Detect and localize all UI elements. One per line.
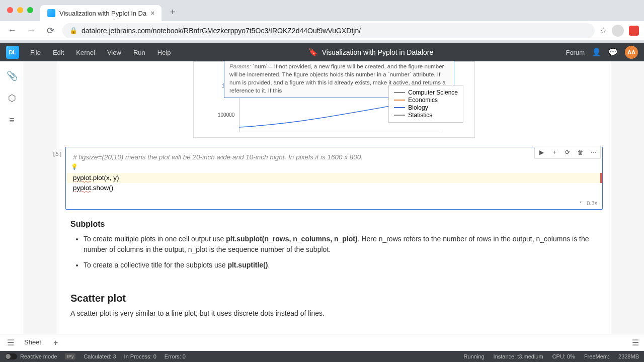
user-avatar[interactable]: AA (625, 46, 638, 59)
browser-tab[interactable]: Visualization with Pyplot in Da × (40, 5, 162, 21)
md-paragraph: A scatter plot is very similar to a line… (70, 309, 598, 317)
status-cpu: CPU: 0% (552, 353, 575, 359)
outline-icon[interactable]: ≡ (7, 115, 18, 126)
cell-toolbar: ▶ + ⟳ 🗑 ⋯ (534, 146, 601, 159)
app-title: 🔖 Visualization with Pyplot in Datalore (178, 48, 564, 57)
markdown-cell[interactable]: Subplots To create multiple plots in one… (57, 210, 611, 279)
chart-output: Params: `num` – If not provided, a new f… (57, 61, 611, 143)
add-cell-icon[interactable]: + (549, 147, 560, 157)
menu-run[interactable]: Run (128, 47, 150, 58)
code-line (73, 162, 595, 172)
code-line: # figsize=(20,10) means the plot will be… (73, 152, 595, 162)
status-errors: Errors: 0 (165, 353, 186, 359)
code-editor[interactable]: # figsize=(20,10) means the plot will be… (66, 147, 602, 198)
share-icon[interactable]: 👤 (592, 48, 601, 57)
code-cell[interactable]: [5] ▶ + ⟳ 🗑 ⋯ # figsize=(20,10) means th… (65, 147, 603, 210)
menu-help[interactable]: Help (152, 47, 176, 58)
status-calculated: Calculated: 3 (84, 353, 116, 359)
cell-exec-time: 0.3s (587, 200, 597, 206)
url-text: datalore.jetbrains.com/notebook/RBnfrGMe… (82, 27, 361, 35)
extension-icon[interactable] (629, 26, 639, 36)
package-icon[interactable]: ⬡ (7, 93, 18, 104)
legend-item: Statistics (394, 112, 458, 119)
md-heading: Scatter plot (70, 293, 598, 304)
left-rail: 📎 ⬡ ≡ (0, 61, 24, 334)
new-tab-button[interactable]: + (166, 5, 180, 19)
legend-item: Computer Science (394, 89, 458, 96)
markdown-cell[interactable]: Scatter plot A scatter plot is very simi… (57, 279, 611, 320)
menu-edit[interactable]: Edit (48, 47, 69, 58)
attachments-icon[interactable]: 📎 (7, 70, 18, 81)
notebook-title: Visualization with Pyplot in Datalore (322, 48, 434, 56)
menu-kernel[interactable]: Kernel (71, 47, 100, 58)
delete-cell-icon[interactable]: 🗑 (575, 147, 586, 157)
app-header: DL File Edit Kernel View Run Help 🔖 Visu… (0, 43, 644, 61)
url-bar-row: ← → ⟳ 🔒 datalore.jetbrains.com/notebook/… (0, 21, 644, 40)
more-cell-icon[interactable]: ⋯ (588, 147, 599, 157)
md-bullet: To create multiple plots in one cell out… (84, 234, 598, 255)
back-button[interactable]: ← (5, 24, 19, 38)
tab-bar: Visualization with Pyplot in Da × + (0, 3, 644, 21)
reload-button[interactable]: ⟳ (43, 24, 57, 38)
run-cell-icon[interactable]: ▶ (536, 147, 547, 157)
bookmark-star-icon[interactable]: ☆ (600, 26, 607, 35)
url-input[interactable]: 🔒 datalore.jetbrains.com/notebook/RBnfrG… (62, 23, 595, 38)
lock-icon: 🔒 (69, 27, 77, 34)
reactive-toggle[interactable] (5, 353, 17, 359)
menu-view[interactable]: View (102, 47, 126, 58)
code-line-active: pyplot.plot(x, y) (66, 173, 602, 183)
sheet-menu-icon[interactable]: ☰ (5, 336, 16, 349)
cell-dirty-indicator: * (580, 200, 582, 206)
chart-legend: Computer Science Economics Biology Stati… (388, 85, 463, 123)
notebook-content[interactable]: Params: `num` – If not provided, a new f… (24, 61, 644, 334)
intention-bulb-icon[interactable]: 💡 (71, 162, 78, 171)
bookmark-icon[interactable]: 🔖 (308, 48, 318, 57)
forward-button[interactable]: → (24, 24, 38, 38)
code-line: pyplot.show() (73, 183, 595, 193)
status-inprocess: In Process: 0 (124, 353, 156, 359)
tab-favicon (47, 9, 55, 17)
status-running: Running (464, 353, 485, 359)
status-bar: Reactive mode IPy Calculated: 3 In Proce… (0, 351, 644, 362)
tab-close-icon[interactable]: × (150, 9, 154, 17)
menu-file[interactable]: File (25, 47, 46, 58)
tab-title: Visualization with Pyplot in Da (59, 10, 146, 17)
app-logo[interactable]: DL (6, 46, 19, 59)
cell-status: * 0.3s (66, 198, 602, 209)
cell-prompt: [5] (52, 151, 62, 157)
browser-chrome: Visualization with Pyplot in Da × + ← → … (0, 0, 644, 43)
legend-item: Economics (394, 97, 458, 104)
forum-link[interactable]: Forum (566, 49, 585, 56)
md-heading: Subplots (70, 220, 598, 229)
kernel-badge: IPy (65, 353, 75, 359)
legend-item: Biology (394, 104, 458, 111)
y-tick: 100000 (218, 112, 234, 118)
reactive-label: Reactive mode (20, 353, 57, 359)
status-mem: 2328MB (618, 353, 639, 359)
status-freemem: FreeMem: (584, 353, 609, 359)
comment-icon[interactable]: 💬 (608, 48, 618, 57)
status-instance: Instance: t3.medium (494, 353, 543, 359)
add-sheet-icon[interactable]: + (49, 336, 62, 349)
doc-param-label: Params: (229, 63, 251, 69)
sheet-tab[interactable]: Sheet (18, 335, 47, 350)
md-bullet: To create a collective title for the sub… (84, 260, 598, 270)
sheet-bar: ☰ Sheet + ☰ (0, 334, 644, 351)
profile-avatar[interactable] (612, 25, 624, 37)
refresh-cell-icon[interactable]: ⟳ (562, 147, 573, 157)
main-area: 📎 ⬡ ≡ Params: `num` – If not provided, a… (0, 61, 644, 334)
sheet-view-icon[interactable]: ☰ (632, 338, 639, 347)
